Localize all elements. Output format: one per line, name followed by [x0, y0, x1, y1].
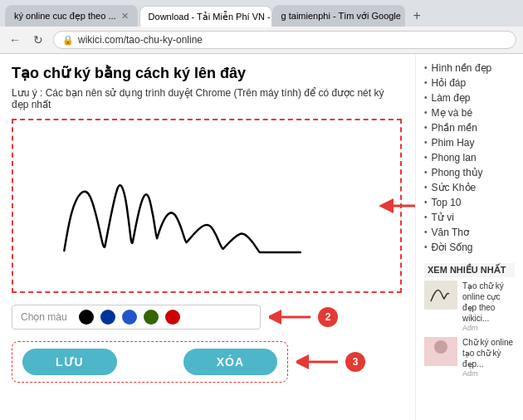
- sidebar-item-top10[interactable]: • Top 10: [424, 195, 515, 210]
- tab-1-close[interactable]: ✕: [121, 11, 129, 22]
- page-content: Tạo chữ ký bằng cách ký lên đây Lưu ý : …: [0, 54, 523, 420]
- sidebar-nav: • Hình nền đẹp • Hỏi đáp • Làm đẹp • Mẹ …: [424, 61, 515, 255]
- sidebar-item-suc-khoe[interactable]: • Sức Khỏe: [424, 180, 515, 195]
- sidebar-label: Đời Sống: [432, 242, 473, 253]
- sidebar-item-doi-song[interactable]: • Đời Sống: [424, 240, 515, 255]
- sidebar-item-phim-hay[interactable]: • Phim Hay: [424, 135, 515, 150]
- bullet-icon: •: [424, 78, 428, 87]
- sidebar-item-lam-dep[interactable]: • Làm đẹp: [424, 90, 515, 105]
- sidebar-label: Hỏi đáp: [432, 77, 467, 89]
- bullet-icon: •: [424, 242, 428, 252]
- sidebar-label: Hình nền đẹp: [432, 62, 492, 74]
- color-picker-box: Chọn màu: [12, 305, 261, 330]
- bullet-icon: •: [424, 212, 428, 222]
- bullet-icon: •: [424, 153, 428, 162]
- main-area: Tạo chữ ký bằng cách ký lên đây Lưu ý : …: [0, 54, 415, 420]
- bullet-icon: •: [424, 93, 428, 102]
- color-green[interactable]: [144, 310, 159, 325]
- bullet-icon: •: [424, 168, 428, 177]
- color-red[interactable]: [165, 310, 180, 325]
- browser-chrome: ký online cuc đẹp theo ... ✕ Download - …: [0, 0, 523, 54]
- clear-button[interactable]: XÓA: [183, 349, 277, 375]
- arrow-2-svg: [269, 305, 315, 329]
- svg-point-8: [434, 340, 447, 354]
- buttons-section: LƯU XÓA 3: [12, 341, 402, 383]
- color-section: Chọn màu 2: [12, 305, 402, 330]
- signature-wrapper: 1: [12, 119, 403, 293]
- arrow-3-svg: [296, 350, 342, 374]
- bullet-icon: •: [424, 63, 428, 72]
- thumbnail-area: Tạo chữ ký online cực đẹp theo wikici...…: [424, 281, 515, 378]
- color-blue[interactable]: [122, 310, 137, 325]
- btn-wrapper: LƯU XÓA: [12, 341, 288, 383]
- sidebar-label: Phim Hay: [432, 137, 475, 149]
- sidebar-label: Phong thủy: [432, 167, 483, 178]
- bullet-icon: •: [424, 108, 428, 117]
- tab-3[interactable]: g taimienphi - Tìm với Google ✕: [272, 5, 405, 27]
- badge-3: 3: [345, 352, 365, 372]
- sidebar-section-title: XEM NHIỀU NHẤT: [424, 263, 515, 277]
- save-button[interactable]: LƯU: [22, 349, 117, 375]
- sidebar-label: Tử vi: [432, 212, 454, 223]
- color-navy[interactable]: [100, 310, 115, 325]
- badge-2: 2: [318, 307, 338, 327]
- lock-icon: 🔒: [62, 35, 74, 46]
- notice-text: Lưu ý : Các bạn nên sử dụng trình duyệt …: [12, 87, 403, 110]
- bullet-icon: •: [424, 227, 428, 237]
- sidebar-label: Phần mền: [432, 122, 477, 134]
- sidebar-item-phong-thuy[interactable]: • Phong thủy: [424, 165, 515, 180]
- color-label: Chọn màu: [21, 311, 67, 323]
- tab-1[interactable]: ký online cuc đẹp theo ... ✕: [5, 5, 138, 27]
- bullet-icon: •: [424, 183, 428, 192]
- color-black[interactable]: [79, 310, 94, 325]
- signature-canvas[interactable]: [12, 119, 402, 293]
- tab-bar: ký online cuc đẹp theo ... ✕ Download - …: [0, 0, 523, 27]
- tab-1-label: ký online cuc đẹp theo ...: [14, 11, 116, 22]
- arrow-3-container: 3: [296, 350, 365, 374]
- address-bar: ← ↻ 🔒 wikici.com/tao-chu-ky-online: [0, 27, 523, 53]
- bullet-icon: •: [424, 198, 428, 207]
- thumb-img-2: [424, 337, 457, 366]
- sidebar-item-hoi-dap[interactable]: • Hỏi đáp: [424, 76, 515, 90]
- sidebar-item-phong-lan[interactable]: • Phong lan: [424, 150, 515, 165]
- sidebar-item-hinh-nen-dep[interactable]: • Hình nền đẹp: [424, 61, 515, 76]
- sidebar: • Hình nền đẹp • Hỏi đáp • Làm đẹp • Mẹ …: [415, 54, 523, 420]
- bullet-icon: •: [424, 123, 428, 132]
- sidebar-label: Sức Khỏe: [432, 182, 477, 193]
- tab-2[interactable]: Download - Tải Miễn Phí VN - Ph... ✕: [139, 6, 272, 27]
- svg-rect-6: [424, 281, 457, 310]
- tab-2-label: Download - Tải Miễn Phí VN - Ph...: [149, 12, 272, 22]
- sidebar-item-van-tho[interactable]: • Văn Thơ: [424, 225, 515, 240]
- sidebar-label: Mẹ và bé: [432, 107, 473, 119]
- sidebar-label: Văn Thơ: [432, 227, 469, 238]
- thumb-text-2: Chữ ký online tạo chữ kỳ đẹp... Adm: [462, 337, 515, 378]
- thumb-text-1: Tạo chữ ký online cực đẹp theo wikici...…: [462, 281, 515, 332]
- arrow-2-container: 2: [269, 305, 338, 329]
- back-button[interactable]: ←: [7, 33, 23, 46]
- arrow-1-svg: [379, 193, 415, 218]
- sidebar-item-tu-vi[interactable]: • Tử vi: [424, 210, 515, 225]
- sidebar-label: Làm đẹp: [432, 92, 471, 104]
- sidebar-label: Top 10: [432, 197, 462, 208]
- url-box[interactable]: 🔒 wikici.com/tao-chu-ky-online: [53, 31, 516, 49]
- sidebar-item-me-va-be[interactable]: • Mẹ và bé: [424, 105, 515, 120]
- sidebar-label: Phong lan: [432, 152, 477, 164]
- arrow-1-container: 1: [379, 193, 415, 218]
- thumb-item-2[interactable]: Chữ ký online tạo chữ kỳ đẹp... Adm: [424, 337, 515, 378]
- tab-3-label: g taimienphi - Tìm với Google: [281, 11, 401, 22]
- thumb-item-1[interactable]: Tạo chữ ký online cực đẹp theo wikici...…: [424, 281, 515, 332]
- url-text: wikici.com/tao-chu-ky-online: [78, 34, 203, 46]
- page-title: Tạo chữ ký bằng cách ký lên đây: [12, 64, 403, 82]
- refresh-button[interactable]: ↻: [30, 33, 46, 46]
- thumb-img-1: [424, 281, 457, 310]
- sidebar-item-phan-men[interactable]: • Phần mền: [424, 120, 515, 135]
- bullet-icon: •: [424, 138, 428, 147]
- sidebar-popular: XEM NHIỀU NHẤT Tạo chữ ký online cực đẹp…: [424, 263, 515, 378]
- new-tab-button[interactable]: +: [407, 5, 428, 27]
